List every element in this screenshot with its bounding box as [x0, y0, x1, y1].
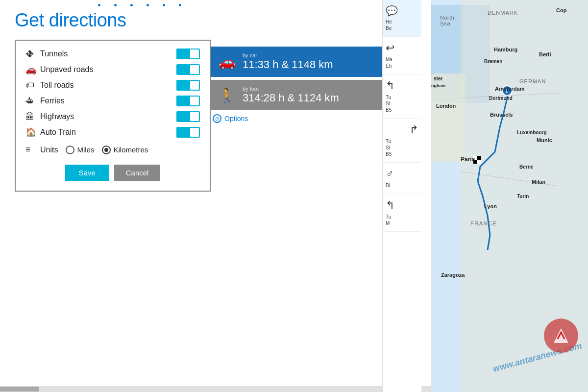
- toll-roads-icon: 🏷: [25, 80, 40, 91]
- turn-icon-1: ↩: [386, 42, 418, 54]
- turn-text-5: TuM: [386, 214, 418, 226]
- turn-item-5[interactable]: ↰ TuM: [383, 194, 421, 232]
- turn-item-0[interactable]: 💬 HeBe: [383, 0, 421, 37]
- turn-text-2: TuStB5: [386, 94, 418, 113]
- antara-logo-svg: [549, 323, 573, 348]
- city-london: London: [436, 103, 456, 109]
- france-label: FRANCE: [470, 220, 497, 226]
- button-row: Save Cancel: [25, 165, 200, 181]
- germany-label: GERMAN: [519, 78, 546, 84]
- city-brussels: Brussels: [490, 112, 513, 118]
- toll-roads-toggle[interactable]: [176, 80, 200, 91]
- city-lyon: Lyon: [484, 203, 497, 209]
- city-ster: ster: [434, 76, 442, 81]
- highways-label: Highways: [40, 112, 176, 121]
- ferries-row: ⛴ Ferries: [25, 96, 200, 106]
- turn-icon-3: ↰: [386, 123, 418, 136]
- miles-radio-circle[interactable]: [66, 146, 74, 154]
- unpaved-roads-icon: 🚗: [25, 64, 40, 75]
- by-foot-card[interactable]: 🚶 by foot 314:28 h & 1124 km: [211, 80, 392, 110]
- city-berlin: Berli: [539, 51, 551, 57]
- turn-item-4[interactable]: ♂ Bi: [383, 163, 421, 194]
- save-button[interactable]: Save: [65, 165, 109, 181]
- city-turin: Turin: [517, 194, 529, 199]
- kilometres-radio[interactable]: Kilometres: [102, 146, 148, 154]
- turn-icon-0: 💬: [386, 5, 418, 17]
- highways-row: 🏛 Highways: [25, 111, 200, 122]
- dot-3: [130, 4, 133, 6]
- turn-text-3: TuStB5: [386, 138, 418, 157]
- dot-6: [179, 4, 181, 6]
- turn-item-3[interactable]: ↰ TuStB5: [383, 119, 421, 163]
- auto-train-label: Auto Train: [40, 128, 176, 137]
- turn-sidebar: 💬 HeBe ↩ MaEb ↰ TuStB5 ↰ TuStB5 ♂ Bi ↰ T…: [382, 0, 421, 392]
- options-box: ⛖ Tunnels 🚗 Unpaved roads 🏷 Toll roads ⛴…: [15, 40, 211, 192]
- city-munich: Munic: [537, 137, 552, 143]
- turn-text-0: HeBe: [386, 19, 418, 31]
- options-circle-icon: ⊙: [213, 114, 221, 123]
- city-luxembourg: Luxembourg: [517, 130, 547, 135]
- city-milan: Milan: [532, 179, 545, 185]
- car-info: by car 11:33 h & 1148 km: [243, 52, 333, 71]
- antara-logo: [544, 318, 578, 353]
- unpaved-roads-label: Unpaved roads: [40, 65, 176, 74]
- highways-toggle[interactable]: [176, 111, 200, 122]
- city-paris: Paris: [461, 156, 475, 163]
- kilometres-label: Kilometres: [113, 146, 148, 154]
- tunnels-toggle[interactable]: [176, 49, 200, 59]
- options-link-label: Options: [224, 115, 248, 122]
- options-link[interactable]: ⊙ Options: [211, 114, 392, 123]
- map-background: 1 NorthSea DENMARK GERMAN FRANCE Cop Ham…: [431, 0, 588, 392]
- svg-rect-6: [477, 160, 481, 164]
- turn-icon-5: ↰: [386, 199, 418, 212]
- denmark-label: DENMARK: [488, 10, 518, 16]
- ferries-toggle[interactable]: [176, 96, 200, 106]
- units-row: ≡ Units Miles Kilometres: [25, 145, 200, 155]
- map-panel: 1 NorthSea DENMARK GERMAN FRANCE Cop Ham…: [431, 0, 588, 392]
- dot-1: [98, 4, 100, 6]
- turn-text-4: Bi: [386, 182, 418, 189]
- foot-icon: 🚶: [219, 87, 236, 103]
- unpaved-roads-toggle[interactable]: [176, 64, 200, 75]
- car-time: 11:33 h & 1148 km: [243, 58, 333, 71]
- north-sea-label: NorthSea: [440, 15, 454, 26]
- highways-icon: 🏛: [25, 112, 40, 122]
- turn-item-2[interactable]: ↰ TuStB5: [383, 74, 421, 119]
- auto-train-toggle[interactable]: [176, 127, 200, 138]
- turn-icon-2: ↰: [386, 79, 418, 92]
- ferries-label: Ferries: [40, 97, 176, 105]
- turn-text-1: MaEb: [386, 56, 418, 69]
- kilometres-radio-circle[interactable]: [102, 146, 111, 154]
- turn-icon-4: ♂: [386, 168, 418, 180]
- turn-item-1[interactable]: ↩ MaEb: [383, 37, 421, 74]
- city-bremen: Bremen: [484, 59, 502, 64]
- tunnels-row: ⛖ Tunnels: [25, 49, 200, 59]
- miles-radio[interactable]: Miles: [66, 146, 94, 154]
- tunnels-icon: ⛖: [25, 49, 40, 59]
- unpaved-roads-row: 🚗 Unpaved roads: [25, 64, 200, 75]
- cancel-button[interactable]: Cancel: [114, 165, 161, 181]
- foot-info: by foot 314:28 h & 1124 km: [243, 86, 339, 104]
- toll-roads-label: Toll roads: [40, 81, 176, 90]
- left-panel: Get directions ⛖ Tunnels 🚗 Unpaved roads…: [0, 0, 431, 392]
- city-berne: Berne: [519, 164, 533, 170]
- main-container: Get directions ⛖ Tunnels 🚗 Unpaved roads…: [0, 0, 588, 392]
- top-dots: [98, 4, 181, 6]
- ferries-icon: ⛴: [25, 96, 40, 106]
- dot-4: [147, 4, 149, 6]
- city-copenhagen: Cop: [556, 7, 566, 13]
- auto-train-icon: 🏠: [25, 127, 40, 138]
- by-car-card[interactable]: 🚗 by car 11:33 h & 1148 km: [211, 47, 392, 77]
- scrollbar-thumb[interactable]: [0, 387, 39, 392]
- foot-time: 314:28 h & 1124 km: [243, 92, 339, 104]
- tunnels-label: Tunnels: [40, 49, 176, 58]
- auto-train-row: 🏠 Auto Train: [25, 127, 200, 138]
- bottom-scrollbar[interactable]: [0, 386, 431, 392]
- city-dortmund: Dortmund: [489, 96, 513, 101]
- city-amsterdam: Amsterdam: [495, 86, 525, 92]
- toll-roads-row: 🏷 Toll roads: [25, 80, 200, 91]
- dot-5: [163, 4, 165, 6]
- units-radio-group: Miles Kilometres: [66, 146, 148, 154]
- directions-section: 🚗 by car 11:33 h & 1148 km 🚶 by foot 314…: [211, 47, 392, 123]
- dot-2: [114, 4, 117, 6]
